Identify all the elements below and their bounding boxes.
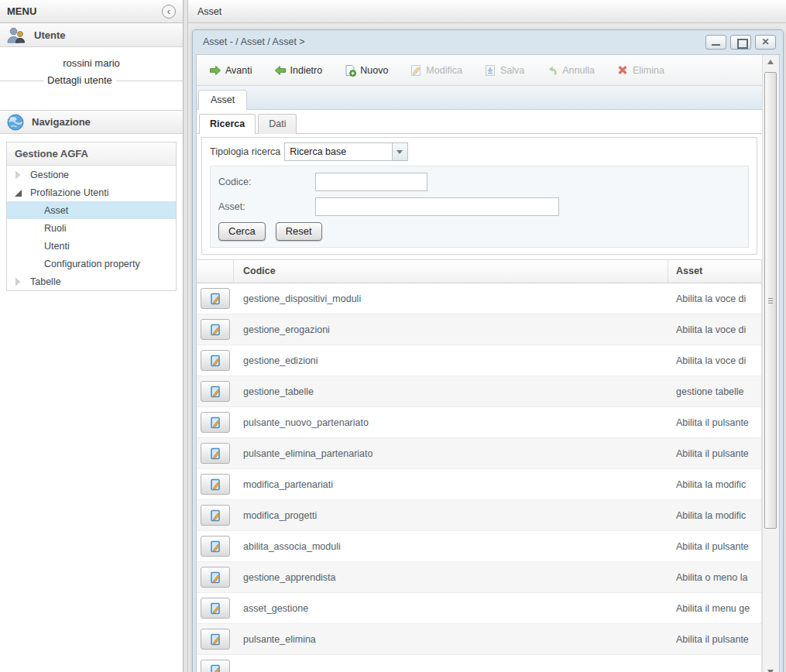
codice-input[interactable] (315, 173, 427, 191)
edit-row-button[interactable] (201, 319, 230, 340)
table-row (197, 655, 761, 672)
tree-item[interactable]: Ruoli (7, 219, 176, 237)
user-details-label[interactable]: Dettagli utente (43, 74, 116, 86)
toolbar-button[interactable]: Annulla (541, 61, 599, 80)
tree-item[interactable]: Profilazione Utenti (7, 183, 176, 201)
scroll-up-arrow-icon[interactable] (763, 55, 779, 69)
toolbar-button[interactable]: Elimina (612, 61, 669, 80)
toolbar-button-label: Nuovo (360, 65, 388, 76)
toolbar-button-label: Salva (500, 65, 524, 76)
grid-rows: gestione_dispositivi_moduli Abilita la v… (197, 283, 761, 672)
edit-row-button[interactable] (201, 660, 230, 672)
row-asset: Abilita il menu ge (668, 603, 761, 614)
row-asset: Abilita il pulsante (668, 448, 761, 459)
row-codice: pulsante_elimina_partenariato (234, 448, 668, 459)
tree-item-label: Profilazione Utenti (30, 187, 108, 198)
navigation-tree: Gestione Profilazione Utenti Asset Ruoli… (7, 166, 176, 290)
toolbar-button[interactable]: Nuovo (339, 61, 393, 80)
search-type-combobox[interactable]: Ricerca base (284, 142, 408, 161)
toolbar-button-label: Avanti (225, 65, 252, 76)
tree-item-label: Tabelle (30, 276, 61, 287)
toolbar-button[interactable]: Indietro (269, 61, 328, 80)
navigation-section-header[interactable]: Navigazione (0, 110, 183, 134)
row-codice: gestione_dispositivi_moduli (234, 293, 668, 304)
window-body: Avanti Indietro Nuovo Modifica Salva Ann… (196, 54, 780, 672)
tree-expander-icon[interactable] (14, 188, 23, 197)
edit-row-button[interactable] (201, 598, 230, 619)
subtab[interactable]: Dati (258, 114, 297, 134)
tree-item[interactable]: Configuration property (7, 255, 176, 273)
table-row: pulsante_nuovo_partenariato Abilita il p… (197, 407, 761, 438)
toolbar-button[interactable]: Modifica (405, 61, 467, 80)
edit-row-button[interactable] (201, 350, 230, 371)
edit-row-button[interactable] (201, 567, 230, 588)
grid-header-icon-col[interactable] (197, 260, 234, 283)
panel-tabstrip: Asset (197, 86, 762, 110)
subtab[interactable]: Ricerca (199, 114, 256, 134)
edit-row-button[interactable] (201, 474, 230, 495)
tab-asset[interactable]: Asset (198, 90, 247, 110)
toolbar-button[interactable]: Salva (479, 61, 529, 80)
edit-icon (410, 64, 422, 77)
asset-window: Asset - / Asset / Asset > ✕ Avanti Indie… (192, 29, 784, 672)
tree-panel-title: Gestione AGFA (7, 142, 176, 166)
chevron-left-icon[interactable]: ‹ (162, 5, 176, 19)
toolbar-button-label: Elimina (633, 65, 664, 76)
tree-item[interactable]: Tabelle (7, 273, 176, 290)
close-button[interactable]: ✕ (755, 35, 776, 50)
tree-item[interactable]: Gestione (7, 166, 176, 183)
row-asset: Abilita il pulsante (668, 417, 761, 428)
tree-item[interactable]: Utenti (7, 237, 176, 255)
tree-expander-icon[interactable] (14, 170, 23, 180)
user-section-title: Utente (34, 29, 65, 41)
tree-expander-icon[interactable] (14, 277, 23, 286)
row-asset: Abilita o meno la (668, 572, 761, 583)
edit-row-button[interactable] (201, 505, 230, 526)
edit-row-button[interactable] (201, 629, 230, 650)
tab-asset-header[interactable]: Asset (188, 0, 786, 23)
tree-item-label: Utenti (44, 241, 70, 252)
row-asset: Abilita il pulsante (668, 634, 761, 645)
grid-header-asset[interactable]: Asset (668, 260, 761, 283)
grid-header-codice[interactable]: Codice (234, 260, 668, 283)
tree-item-label: Ruoli (44, 223, 67, 234)
edit-row-icon (209, 633, 221, 646)
row-asset: Abilita la voce di (668, 355, 761, 366)
maximize-button[interactable] (730, 35, 751, 50)
scrollbar-thumb[interactable] (764, 72, 777, 529)
edit-row-button[interactable] (201, 381, 230, 402)
row-asset: gestione tabelle (668, 386, 761, 397)
row-codice: abilita_associa_moduli (234, 541, 668, 552)
toolbar-button-label: Annulla (562, 65, 595, 76)
window-titlebar[interactable]: Asset - / Asset / Asset > ✕ (193, 30, 783, 53)
edit-row-button[interactable] (201, 536, 230, 557)
edit-row-icon (209, 386, 221, 398)
asset-input[interactable] (315, 197, 559, 216)
search-button[interactable]: Cerca (218, 222, 266, 241)
row-codice: pulsante_nuovo_partenariato (234, 417, 668, 428)
vertical-scrollbar[interactable] (762, 55, 779, 672)
subtabs: RicercaDati (197, 110, 762, 134)
chevron-down-icon[interactable] (392, 143, 407, 160)
edit-row-icon (209, 478, 221, 491)
scroll-down-arrow-icon[interactable] (763, 665, 779, 672)
edit-row-button[interactable] (201, 412, 230, 433)
table-row: modifica_partenariati Abilita la modific (197, 469, 761, 500)
edit-row-button[interactable] (201, 443, 230, 464)
row-codice: gestione_tabelle (234, 386, 668, 397)
navigation-section-title: Navigazione (32, 116, 91, 128)
user-section-header[interactable]: Utente (0, 23, 183, 47)
minimize-button[interactable] (705, 35, 726, 50)
toolbar-button[interactable]: Avanti (204, 61, 257, 80)
scrollbar-grip-icon (768, 300, 773, 301)
edit-row-icon (209, 417, 221, 429)
row-codice: modifica_partenariati (234, 479, 668, 490)
table-row: gestione_erogazioni Abilita la voce di (197, 314, 761, 345)
tree-item[interactable]: Asset (7, 201, 176, 219)
reset-button[interactable]: Reset (276, 222, 322, 241)
edit-row-icon (209, 664, 221, 672)
row-codice: gestione_erogazioni (234, 324, 668, 335)
edit-row-icon (209, 293, 221, 305)
table-row: pulsante_elimina Abilita il pulsante (197, 624, 761, 655)
edit-row-button[interactable] (201, 288, 230, 309)
